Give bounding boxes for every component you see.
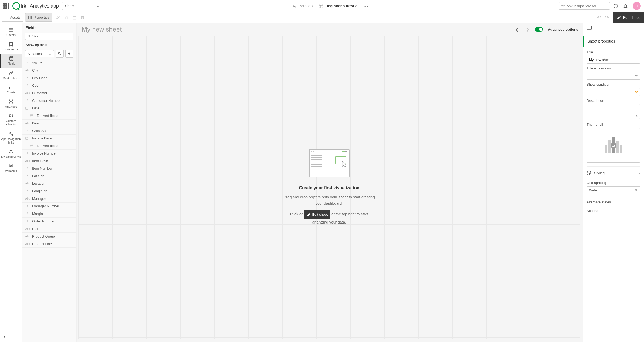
field-name: Latitude: [32, 174, 44, 178]
field-item[interactable]: #GrossSales: [22, 127, 76, 135]
field-item[interactable]: #Cost: [22, 82, 76, 89]
nav-charts[interactable]: Charts: [0, 82, 22, 97]
insight-input[interactable]: [567, 4, 608, 8]
edit-sheet-button[interactable]: Edit sheet: [613, 12, 644, 23]
fields-search[interactable]: [25, 33, 73, 40]
field-item[interactable]: AbcCustomer: [22, 89, 76, 97]
canvas-grid[interactable]: Create your first visualization Drag and…: [78, 36, 580, 339]
app-launcher-icon[interactable]: [3, 3, 9, 9]
advanced-toggle[interactable]: [535, 27, 543, 32]
insight-search[interactable]: [559, 2, 610, 10]
nav-custom-objects[interactable]: Custom objects: [0, 111, 22, 129]
field-item[interactable]: #Customer Number: [22, 97, 76, 104]
svg-rect-7: [66, 17, 68, 19]
field-item[interactable]: AbcItem Desc: [22, 157, 76, 165]
field-item[interactable]: #Invoice Number: [22, 150, 76, 157]
personal-link[interactable]: Personal: [292, 4, 313, 8]
field-item[interactable]: AbcProduct Group: [22, 233, 76, 240]
delete-icon[interactable]: [80, 15, 85, 20]
field-name: Manager: [32, 197, 46, 201]
field-item[interactable]: Derived fields: [22, 142, 76, 150]
field-item[interactable]: #Order Number: [22, 218, 76, 225]
collapse-button[interactable]: [0, 332, 22, 342]
title-input[interactable]: [587, 56, 640, 64]
field-name: Product Group: [32, 234, 55, 238]
tutorial-link[interactable]: Beginner's tutorial: [318, 4, 359, 8]
field-item[interactable]: #%KEY: [22, 59, 76, 67]
field-item[interactable]: AbcCity: [22, 67, 76, 74]
nav-master-items[interactable]: Master items: [0, 68, 22, 82]
next-sheet-button[interactable]: ❯: [524, 26, 532, 33]
fields-search-input[interactable]: [32, 34, 71, 38]
tables-dropdown[interactable]: All tables ⌄: [25, 50, 54, 57]
field-type-icon: Abc: [25, 235, 30, 238]
qlik-logo: lik: [12, 2, 27, 10]
field-item[interactable]: #Manager Number: [22, 203, 76, 210]
alternate-section[interactable]: Alternate states: [587, 196, 640, 206]
field-item[interactable]: #Margin: [22, 210, 76, 218]
avatar[interactable]: TL: [633, 2, 641, 10]
sheet-dropdown[interactable]: Sheet ⌄: [62, 2, 102, 10]
field-type-icon: #: [25, 205, 30, 208]
nav-sheets[interactable]: Sheets: [0, 25, 22, 39]
field-name: Item Desc: [32, 159, 48, 163]
cut-icon[interactable]: [56, 15, 60, 20]
field-item[interactable]: Derived fields: [22, 112, 76, 120]
field-type-icon: #: [25, 152, 30, 155]
empty-state: Create your first visualization Drag and…: [283, 149, 375, 226]
show-cond-input[interactable]: [587, 88, 632, 96]
title-expr-label: Title expression: [587, 66, 640, 70]
field-item[interactable]: Date: [22, 104, 76, 112]
nav-app-links[interactable]: App navigation links: [0, 129, 22, 147]
description-input[interactable]: [587, 104, 640, 119]
field-item[interactable]: #City Code: [22, 74, 76, 82]
actions-section[interactable]: Actions: [587, 206, 640, 214]
nav-dynamic-views[interactable]: Dynamic views: [0, 147, 22, 161]
copy-icon[interactable]: [64, 15, 68, 20]
svg-point-15: [9, 103, 10, 103]
more-icon[interactable]: •••: [364, 4, 369, 8]
field-type-icon: [30, 114, 35, 117]
bell-icon[interactable]: [623, 4, 628, 8]
field-item[interactable]: AbcProduct Line: [22, 240, 76, 248]
fx-button[interactable]: fx: [632, 72, 640, 80]
field-item[interactable]: AbcDesc: [22, 120, 76, 127]
prev-sheet-button[interactable]: ❮: [513, 26, 521, 33]
field-item[interactable]: Invoice Date: [22, 135, 76, 142]
grid-spacing-select[interactable]: Wide ▼: [587, 186, 640, 194]
field-item[interactable]: #Latitude: [22, 172, 76, 180]
field-item[interactable]: #Item Number: [22, 165, 76, 172]
thumbnail-box[interactable]: [587, 128, 640, 163]
add-button[interactable]: +: [65, 50, 73, 58]
nav-variables[interactable]: Variables: [0, 161, 22, 175]
nav-fields[interactable]: Fields: [0, 54, 22, 68]
field-item[interactable]: #Longitude: [22, 187, 76, 195]
properties-label: Properties: [33, 15, 49, 19]
properties-button[interactable]: Properties: [25, 13, 52, 22]
sheet-tab-icon[interactable]: [587, 26, 592, 30]
paste-icon[interactable]: [72, 15, 77, 20]
nav-bookmarks[interactable]: Bookmarks: [0, 39, 22, 54]
nav-analyses[interactable]: Analyses: [0, 97, 22, 111]
field-item[interactable]: AbcLocation: [22, 180, 76, 187]
undo-icon[interactable]: ↶: [597, 15, 601, 20]
field-item[interactable]: AbcManager: [22, 195, 76, 203]
fx-button-orange[interactable]: fx: [632, 88, 640, 96]
title-expr-input[interactable]: [587, 72, 632, 80]
svg-rect-4: [29, 16, 32, 19]
fx-icon[interactable]: fx: [636, 114, 639, 118]
empty-text1: Drag and drop objects onto your sheet to…: [283, 194, 375, 206]
field-name: City Code: [32, 76, 47, 80]
styling-section[interactable]: Styling ›: [587, 166, 640, 179]
bookmark-icon: [9, 42, 13, 47]
refresh-button[interactable]: [56, 50, 64, 58]
field-list[interactable]: #%KEYAbcCity#City Code#CostAbcCustomer#C…: [22, 59, 76, 342]
field-name: Manager Number: [32, 204, 59, 208]
field-name: Location: [32, 182, 45, 186]
field-type-icon: Abc: [25, 182, 30, 185]
sheet-dropdown-label: Sheet: [65, 4, 75, 8]
help-icon[interactable]: [613, 4, 618, 8]
field-item[interactable]: AbcPath: [22, 225, 76, 233]
assets-button[interactable]: Assets: [2, 13, 23, 22]
redo-icon[interactable]: ↷: [605, 15, 609, 20]
